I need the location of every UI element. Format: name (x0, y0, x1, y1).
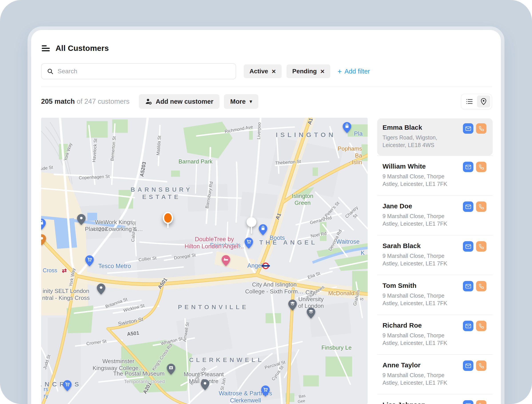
more-button[interactable]: More ▾ (224, 94, 258, 109)
phone-button[interactable] (476, 202, 487, 212)
customer-marker-selected[interactable] (163, 212, 173, 224)
poi-pin-cap-icon[interactable] (288, 299, 297, 312)
close-icon[interactable]: × (272, 68, 276, 75)
list-view-icon (466, 99, 473, 104)
mail-icon (465, 364, 471, 368)
customer-list-item[interactable]: Jane Doe 9 Marshall Close, Thorpe Astley… (377, 195, 493, 235)
customer-actions (463, 400, 487, 404)
toolbar: 205 match of 247 customers Add new custo… (41, 94, 492, 109)
customer-list-item[interactable]: Richard Roe 9 Marshall Close, Thorpe Ast… (377, 315, 493, 354)
phone-button[interactable] (476, 321, 487, 331)
poi-pin-bag-icon[interactable] (342, 122, 352, 134)
poi-pin-cart-icon[interactable] (63, 380, 72, 392)
phone-icon (479, 204, 484, 209)
customer-list-item[interactable]: Emma Black Tigers Road, Wigston, Leicest… (377, 118, 493, 156)
app-window: All Customers Active × Pending × + Add f… (31, 30, 501, 404)
customer-list-item[interactable]: Anne Taylor 9 Marshall Close, Thorpe Ast… (377, 354, 493, 394)
svg-text:M: M (170, 366, 172, 369)
plus-icon: + (337, 68, 342, 75)
email-button[interactable] (463, 123, 473, 134)
match-count-bold: 205 match (41, 97, 75, 105)
filter-chip-pending[interactable]: Pending × (286, 64, 330, 78)
poi-pin-bag-icon[interactable] (258, 224, 268, 236)
search-input[interactable] (57, 68, 230, 75)
phone-icon (479, 403, 484, 404)
search-box[interactable] (41, 63, 236, 79)
filter-chip-label: Pending (292, 68, 317, 75)
caret-down-icon: ▾ (250, 99, 252, 104)
map-view-button[interactable] (477, 95, 490, 107)
mail-icon (465, 284, 471, 289)
header: All Customers (42, 44, 109, 53)
email-button[interactable] (463, 162, 473, 172)
customer-address: 9 Marshall Close, Thorpe Astley, Leicest… (382, 173, 459, 188)
customer-address: Tigers Road, Wigston, Leicester, LE18 4W… (382, 134, 459, 149)
customer-marker[interactable] (247, 217, 256, 227)
list-view-button[interactable] (463, 95, 476, 107)
underground-roundel-icon (262, 263, 269, 269)
poi-pin-cap-icon[interactable] (306, 307, 316, 320)
customer-address: 9 Marshall Close, Thorpe Astley, Leicest… (382, 213, 459, 227)
map-markers: M⇄ (41, 118, 368, 404)
phone-icon (479, 244, 484, 249)
mail-icon (465, 205, 471, 209)
customer-address: 9 Marshall Close, Thorpe Astley, Leicest… (382, 372, 459, 386)
menu-icon[interactable] (42, 45, 50, 51)
national-rail-icon: ⇄ (62, 267, 67, 274)
mail-icon (465, 403, 471, 404)
phone-icon (479, 284, 484, 289)
phone-button[interactable] (476, 281, 487, 291)
poi-pin-cart-icon[interactable] (244, 237, 253, 250)
close-icon[interactable]: × (320, 68, 324, 75)
filter-chip-active[interactable]: Active × (244, 64, 282, 78)
customer-list: Emma Black Tigers Road, Wigston, Leicest… (377, 118, 493, 404)
view-toggle (461, 94, 492, 109)
phone-icon (479, 323, 484, 329)
poi-pin-bed-icon[interactable] (221, 255, 231, 267)
more-label: More (230, 98, 246, 105)
add-filter-label: Add filter (344, 68, 370, 75)
mail-icon (465, 324, 471, 328)
customer-actions (463, 241, 487, 252)
phone-icon (479, 126, 484, 131)
poi-pin-dot-icon[interactable] (41, 234, 46, 246)
poi-pin-dot-icon[interactable] (96, 283, 106, 296)
phone-icon (479, 164, 484, 170)
email-button[interactable] (463, 241, 473, 252)
customer-actions (463, 360, 487, 371)
email-button[interactable] (463, 360, 473, 371)
add-new-customer-button[interactable]: Add new customer (139, 94, 220, 109)
poi-pin-cart-icon[interactable] (85, 255, 94, 267)
add-new-customer-label: Add new customer (156, 98, 213, 105)
phone-button[interactable] (476, 360, 487, 371)
divider (41, 87, 492, 87)
search-icon (47, 68, 54, 75)
email-button[interactable] (463, 202, 473, 212)
customer-actions (463, 162, 487, 172)
customer-list-item[interactable]: Sarah Black 9 Marshall Close, Thorpe Ast… (377, 235, 493, 275)
email-button[interactable] (463, 400, 473, 404)
customer-list-item[interactable]: Tom Smith 9 Marshall Close, Thorpe Astle… (377, 275, 493, 315)
email-button[interactable] (463, 321, 473, 331)
customer-actions (463, 321, 487, 331)
phone-button[interactable] (476, 241, 487, 252)
phone-button[interactable] (476, 123, 487, 134)
phone-icon (479, 363, 484, 368)
map-view-icon (481, 98, 487, 105)
poi-pin-museum-icon[interactable]: M (166, 363, 176, 376)
phone-button[interactable] (476, 400, 487, 404)
map[interactable]: ISLINGTONBARNSBURY ESTATETHE ANGELPENTON… (41, 118, 368, 404)
poi-pin-cart-icon[interactable] (261, 385, 270, 398)
mail-icon (465, 126, 471, 131)
person-add-icon (145, 98, 152, 105)
phone-button[interactable] (476, 162, 487, 172)
customer-actions (463, 123, 487, 134)
poi-pin-dot-icon[interactable] (200, 379, 210, 391)
poi-pin-bag-icon[interactable] (41, 218, 46, 231)
customer-list-item[interactable]: William White 9 Marshall Close, Thorpe A… (377, 156, 493, 195)
mail-icon (465, 165, 471, 169)
email-button[interactable] (463, 281, 473, 291)
add-filter-button[interactable]: + Add filter (337, 68, 370, 75)
poi-pin-dot-icon[interactable] (77, 214, 86, 226)
customer-list-item[interactable]: Lisa Johnson 9 Marshall Close, Thorpe As… (377, 394, 493, 404)
